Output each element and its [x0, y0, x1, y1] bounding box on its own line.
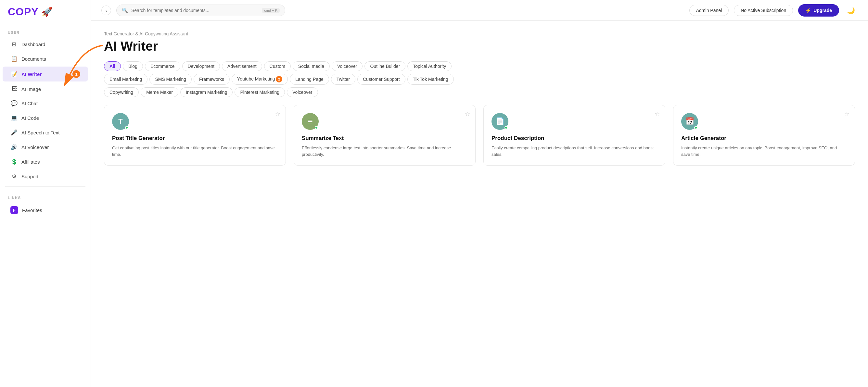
filter-tabs-row1: All Blog Ecommerce Development Advertise…: [104, 61, 855, 71]
filter-tab-custom[interactable]: Custom: [264, 61, 291, 71]
card-summarize-text[interactable]: ☆ ≡ Summarize Text Effortlessly condense…: [294, 105, 475, 166]
sidebar-item-label: AI Writer: [22, 71, 41, 77]
card-title-article: Article Generator: [681, 135, 847, 141]
filter-tab-landing-page[interactable]: Landing Page: [290, 74, 329, 85]
filter-tabs-row2: Email Marketing SMS Marketing Frameworks…: [104, 74, 855, 85]
header: ‹ 🔍 cmd + K Admin Panel No Active Subscr…: [91, 0, 868, 21]
sidebar-item-label: AI Image: [22, 86, 41, 92]
filter-tab-all[interactable]: All: [104, 61, 121, 71]
filter-tab-blog[interactable]: Blog: [123, 61, 143, 71]
card-title-post-title: Post Title Generator: [112, 135, 278, 141]
dark-mode-button[interactable]: 🌙: [844, 5, 858, 15]
ai-voiceover-icon: 🔊: [10, 144, 18, 151]
card-product-description[interactable]: ☆ 📄 Product Description Easily create co…: [484, 105, 665, 166]
filter-tab-voiceover2[interactable]: Voiceover: [287, 87, 318, 97]
filter-tab-meme-maker[interactable]: Meme Maker: [141, 87, 178, 97]
filter-tab-email-marketing[interactable]: Email Marketing: [104, 74, 148, 85]
filter-tab-social-media[interactable]: Social media: [293, 61, 330, 71]
card-desc-post-title: Get captivating post titles instantly wi…: [112, 145, 278, 158]
filter-tab-copywriting[interactable]: Copywriting: [104, 87, 139, 97]
card-title-summarize: Summarize Text: [302, 135, 467, 141]
ai-writer-badge: 1: [72, 70, 80, 78]
card-star-summarize[interactable]: ☆: [465, 110, 470, 118]
ai-image-icon: 🖼: [10, 86, 18, 92]
sidebar: COPY 🚀 USER ⊞ Dashboard 📋 Documents 📝 AI…: [0, 0, 91, 387]
search-shortcut: cmd + K: [262, 8, 280, 13]
sidebar-item-ai-image[interactable]: 🖼 AI Image: [3, 82, 88, 96]
cards-grid: ☆ T Post Title Generator Get captivating…: [104, 105, 855, 166]
ai-chat-icon: 💬: [10, 100, 18, 107]
filter-tab-tiktok-marketing[interactable]: Tik Tok Marketing: [407, 74, 454, 85]
documents-icon: 📋: [10, 56, 18, 62]
sidebar-item-label: AI Voiceover: [22, 144, 49, 150]
card-icon-summarize: ≡: [302, 113, 319, 130]
moon-icon: 🌙: [847, 7, 855, 14]
card-desc-product: Easily create compelling product descrip…: [492, 145, 657, 158]
page-subtitle: Text Generator & AI Copywriting Assistan…: [104, 31, 855, 36]
sidebar-item-ai-voiceover[interactable]: 🔊 AI Voiceover: [3, 140, 88, 154]
sidebar-item-ai-code[interactable]: 💻 AI Code: [3, 111, 88, 125]
links-section-label: LINKS: [0, 189, 91, 202]
sidebar-item-documents[interactable]: 📋 Documents: [3, 52, 88, 66]
search-icon: 🔍: [122, 7, 128, 13]
filter-tabs-row3: Copywriting Meme Maker Instagram Marketi…: [104, 87, 855, 97]
card-icon-post-title: T: [112, 113, 129, 130]
sidebar-item-label: AI Chat: [22, 101, 38, 106]
filter-tab-youtube-marketing[interactable]: Youtube Marketing2: [231, 74, 288, 85]
card-active-dot: [125, 126, 128, 129]
card-icon-article: 📅: [681, 113, 698, 130]
card-title-product: Product Description: [492, 135, 657, 141]
content-area: Text Generator & AI Copywriting Assistan…: [91, 21, 868, 387]
card-star-article[interactable]: ☆: [844, 110, 849, 118]
card-icon-product: 📄: [492, 113, 508, 130]
card-desc-article: Instantly create unique articles on any …: [681, 145, 847, 158]
upgrade-button[interactable]: ⚡ Upgrade: [798, 4, 839, 17]
filter-tab-voiceover[interactable]: Voiceover: [332, 61, 363, 71]
page-title: AI Writer: [104, 39, 855, 54]
sidebar-item-label: Dashboard: [22, 41, 45, 47]
no-subscription-button[interactable]: No Active Subscription: [734, 5, 793, 16]
logo: COPY 🚀: [0, 0, 91, 24]
admin-panel-button[interactable]: Admin Panel: [689, 5, 728, 16]
search-input[interactable]: [131, 8, 258, 13]
filter-tab-development[interactable]: Development: [182, 61, 220, 71]
card-star-post-title[interactable]: ☆: [275, 110, 280, 118]
youtube-badge: 2: [276, 76, 282, 83]
sidebar-item-dashboard[interactable]: ⊞ Dashboard: [3, 37, 88, 51]
ai-code-icon: 💻: [10, 115, 18, 122]
card-active-dot: [315, 126, 318, 129]
logo-rocket-icon: 🚀: [41, 6, 53, 17]
sidebar-item-support[interactable]: ⚙ Support: [3, 169, 88, 184]
back-button[interactable]: ‹: [101, 5, 111, 15]
ai-speech-icon: 🎤: [10, 129, 18, 136]
filter-tab-sms-marketing[interactable]: SMS Marketing: [149, 74, 192, 85]
sidebar-item-affiliates[interactable]: 💲 Affiliates: [3, 155, 88, 169]
dashboard-icon: ⊞: [10, 41, 18, 48]
filter-tab-outline-builder[interactable]: Outline Builder: [365, 61, 405, 71]
support-icon: ⚙: [10, 173, 18, 180]
card-star-product[interactable]: ☆: [655, 110, 660, 118]
user-section-label: USER: [0, 24, 91, 37]
logo-text: COPY: [8, 6, 39, 18]
filter-tab-instagram-marketing[interactable]: Instagram Marketing: [180, 87, 233, 97]
sidebar-item-ai-chat[interactable]: 💬 AI Chat: [3, 96, 88, 110]
back-icon: ‹: [105, 8, 107, 13]
sidebar-item-ai-writer[interactable]: 📝 AI Writer 1: [3, 67, 88, 82]
filter-tab-advertisement[interactable]: Advertisement: [222, 61, 262, 71]
filter-tab-ecommerce[interactable]: Ecommerce: [145, 61, 180, 71]
filter-tab-customer-support[interactable]: Customer Support: [357, 74, 405, 85]
filter-tab-topical-authority[interactable]: Topical Authority: [407, 61, 452, 71]
sidebar-divider: [5, 186, 86, 187]
filter-tab-pinterest-marketing[interactable]: Pinterest Marketing: [235, 87, 285, 97]
filter-tab-twitter[interactable]: Twitter: [331, 74, 355, 85]
sidebar-item-favorites[interactable]: F Favorites: [3, 202, 88, 218]
favorites-avatar: F: [10, 206, 18, 214]
filter-tab-frameworks[interactable]: Frameworks: [194, 74, 230, 85]
card-post-title-generator[interactable]: ☆ T Post Title Generator Get captivating…: [104, 105, 286, 166]
affiliates-icon: 💲: [10, 158, 18, 165]
sidebar-item-label: Documents: [22, 56, 46, 62]
card-article-generator[interactable]: ☆ 📅 Article Generator Instantly create u…: [673, 105, 855, 166]
main-area: ‹ 🔍 cmd + K Admin Panel No Active Subscr…: [91, 0, 868, 387]
sidebar-item-ai-speech[interactable]: 🎤 AI Speech to Text: [3, 126, 88, 139]
sidebar-item-label: AI Code: [22, 115, 39, 121]
